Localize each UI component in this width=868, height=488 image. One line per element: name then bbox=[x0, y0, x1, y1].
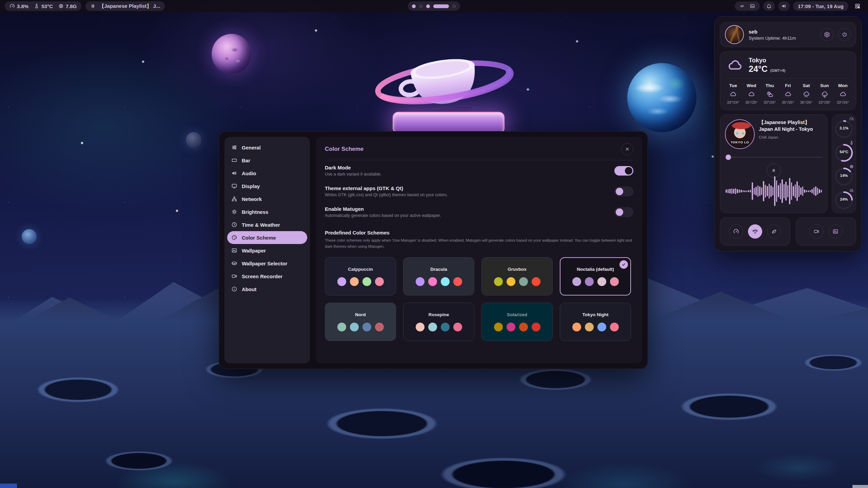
color-swatch bbox=[494, 277, 503, 286]
sidebar-item-display[interactable]: Display bbox=[227, 180, 307, 192]
setting-description: Use a dark variant if available. bbox=[325, 172, 381, 177]
scheme-card-solarized[interactable]: Solarized bbox=[481, 303, 553, 341]
color-swatch bbox=[453, 323, 462, 331]
gauge-thermometer: 54°C bbox=[834, 141, 854, 163]
brightness-icon bbox=[231, 209, 237, 215]
seek-knob[interactable] bbox=[726, 155, 731, 160]
settings-button[interactable] bbox=[821, 28, 833, 41]
scheme-swatches bbox=[494, 323, 540, 331]
cpu-temp: 53°C bbox=[41, 3, 53, 9]
bar-media-widget[interactable]: 【Japanese Playlist】 J... bbox=[85, 1, 165, 11]
tray-app-icon[interactable] bbox=[739, 3, 745, 9]
workspace-dot-2[interactable] bbox=[419, 4, 423, 8]
desktop: 3.8% 53°C 7.8G 【Japanese Playlist】 J... … bbox=[0, 0, 868, 488]
workspace-dot-3[interactable] bbox=[426, 4, 430, 8]
sidebar-item-audio[interactable]: Audio bbox=[227, 167, 307, 180]
weather-temp: 24°C bbox=[749, 64, 768, 74]
wallpaper-corner-blue bbox=[0, 484, 17, 488]
scheme-card-tokyo-night[interactable]: Tokyo Night bbox=[560, 303, 631, 341]
gauge-chip: 14% bbox=[834, 165, 854, 186]
sidebar-item-wallpaper[interactable]: Wallpaper bbox=[227, 244, 307, 257]
setting-title: Enable Matugen bbox=[325, 206, 441, 212]
scheme-card-rosepine[interactable]: Rosepine bbox=[403, 303, 474, 341]
track-title: 【Japanese Playlist】 Japan All Night - To… bbox=[759, 119, 823, 133]
wallpaper-icon bbox=[231, 247, 237, 253]
sidebar-item-color-scheme[interactable]: Color Scheme bbox=[227, 231, 307, 244]
color-swatch bbox=[519, 277, 528, 286]
balanced-profile-button[interactable] bbox=[748, 224, 762, 239]
scheme-card-nord[interactable]: Nord bbox=[325, 303, 396, 341]
toggle-switch-off[interactable] bbox=[614, 207, 633, 217]
sidebar-item-label: General bbox=[242, 145, 261, 150]
power-profile-card bbox=[720, 217, 790, 246]
sidebar-item-label: Brightness bbox=[242, 209, 268, 215]
seek-slider[interactable] bbox=[725, 155, 823, 160]
sidebar-item-wallpaper-selector[interactable]: Wallpaper Selector bbox=[227, 257, 307, 270]
volume-button[interactable] bbox=[778, 1, 790, 11]
scheme-card-dracula[interactable]: Dracula bbox=[403, 257, 474, 296]
color-swatch bbox=[519, 323, 528, 331]
forecast-day-sat: Sat36°/26° bbox=[800, 83, 812, 104]
wallpaper-button[interactable] bbox=[828, 224, 843, 239]
bar-icon bbox=[231, 157, 237, 163]
w-rain-icon bbox=[803, 90, 810, 98]
sidebar-item-about[interactable]: About bbox=[227, 283, 307, 296]
scheme-swatches bbox=[337, 323, 384, 331]
scheme-card-gruvbox[interactable]: Gruvbox bbox=[481, 257, 553, 296]
scheme-name: Catppuccin bbox=[348, 267, 373, 272]
close-button[interactable] bbox=[621, 143, 633, 155]
app-launcher-button[interactable] bbox=[852, 1, 863, 11]
gauge-icon bbox=[849, 117, 854, 121]
toggle-switch-off[interactable] bbox=[614, 187, 633, 196]
pause-icon bbox=[90, 3, 96, 9]
scheme-name: Solarized bbox=[507, 312, 527, 317]
scheme-name: Rosepine bbox=[429, 312, 449, 317]
performance-profile-button[interactable] bbox=[729, 224, 743, 239]
toggle-switch-on[interactable] bbox=[614, 166, 633, 176]
album-art: TOKYO LO bbox=[725, 119, 755, 149]
settings-content: Color Scheme Dark ModeUse a dark variant… bbox=[316, 137, 642, 363]
color-swatch bbox=[337, 323, 346, 331]
small-moon bbox=[186, 132, 201, 148]
display-icon bbox=[231, 183, 237, 189]
selected-badge bbox=[619, 260, 628, 269]
notifications-button[interactable] bbox=[763, 1, 775, 11]
scheme-card-noctalia-default[interactable]: Noctalia (default) bbox=[560, 257, 631, 296]
sidebar-item-time-weather[interactable]: Time & Weather bbox=[227, 218, 307, 231]
sidebar-item-general[interactable]: General bbox=[227, 141, 307, 154]
gauge-gauge: 3.1% bbox=[834, 117, 854, 139]
powersave-profile-button[interactable] bbox=[767, 224, 781, 239]
leaf-icon bbox=[771, 228, 777, 235]
weather-forecast: Tue33°/24°Wed35°/25°Thu33°/26°Fri35°/26°… bbox=[726, 83, 850, 104]
tray-image-icon[interactable] bbox=[750, 3, 755, 9]
system-monitor-card: 3.1%54°C14%24% bbox=[832, 114, 856, 213]
forecast-day-label: Fri bbox=[785, 83, 791, 88]
scheme-card-catppuccin[interactable]: Catppuccin bbox=[325, 257, 396, 296]
sidebar-item-label: Display bbox=[242, 183, 260, 189]
quick-actions-card bbox=[796, 217, 856, 246]
setting-row: Theme external apps (GTK & Qt)Writes GTK… bbox=[316, 181, 642, 202]
sidebar-item-bar[interactable]: Bar bbox=[227, 154, 307, 167]
color-swatch bbox=[416, 277, 425, 286]
workspace-dot-1[interactable] bbox=[412, 4, 416, 8]
forecast-temps: 33°/26° bbox=[764, 100, 776, 104]
clock-widget[interactable]: 17:09 - Tue, 19 Aug bbox=[793, 1, 848, 11]
forecast-day-tue: Tue33°/24° bbox=[727, 83, 739, 104]
workspace-dot-4[interactable] bbox=[433, 4, 449, 8]
sidebar-item-screen-recorder[interactable]: Screen Recorder bbox=[227, 270, 307, 283]
w-cloud-icon bbox=[729, 90, 737, 98]
thermometer-icon bbox=[849, 141, 854, 145]
sidebar-item-network[interactable]: Network bbox=[227, 192, 307, 205]
color-swatch bbox=[428, 323, 437, 331]
screen-record-button[interactable] bbox=[809, 224, 824, 239]
bar-system-stats[interactable]: 3.8% 53°C 7.8G bbox=[5, 1, 81, 11]
wallpapers-icon bbox=[231, 260, 237, 266]
sidebar-item-brightness[interactable]: Brightness bbox=[227, 205, 307, 218]
power-button[interactable] bbox=[838, 28, 851, 41]
system-tray[interactable] bbox=[735, 1, 760, 11]
scheme-name: Gruvbox bbox=[508, 267, 527, 272]
volume-icon bbox=[781, 3, 787, 9]
sidebar-item-label: Audio bbox=[242, 170, 256, 176]
workspace-dot-5[interactable] bbox=[452, 4, 456, 8]
setting-title: Theme external apps (GTK & Qt) bbox=[325, 185, 448, 191]
